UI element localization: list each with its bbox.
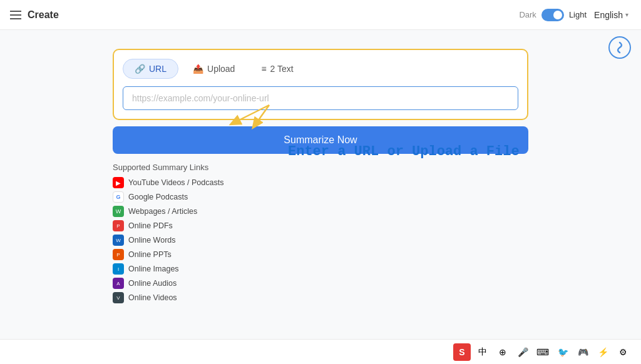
- hamburger-menu[interactable]: [10, 11, 21, 19]
- list-item: W Online Words: [113, 235, 223, 246]
- keyboard-icon[interactable]: ⌨: [535, 344, 551, 360]
- upload-icon: 📤: [193, 64, 203, 74]
- dot-icon[interactable]: ⊕: [495, 344, 511, 360]
- header: Create Dark Light English ▾: [0, 0, 641, 30]
- web-icon: W: [113, 206, 124, 217]
- list-item: P Online PDFs: [113, 220, 223, 231]
- app-title: Create: [28, 9, 59, 21]
- theme-dark-label: Dark: [519, 10, 536, 19]
- supported-list-container: Supported Summary Links ▶ YouTube Videos…: [113, 163, 223, 303]
- google-icon: G: [113, 191, 124, 203]
- language-label: English: [594, 10, 623, 20]
- mic-icon[interactable]: 🎤: [515, 344, 531, 360]
- s-logo-icon[interactable]: S: [453, 343, 471, 361]
- lightning-icon[interactable]: ⚡: [595, 344, 611, 360]
- header-right: Dark Light English ▾: [519, 9, 631, 21]
- bird-icon[interactable]: 🐦: [555, 344, 571, 360]
- supported-title: Supported Summary Links: [113, 163, 223, 172]
- supported-section: Supported Summary Links ▶ YouTube Videos…: [113, 163, 528, 303]
- youtube-icon: ▶: [113, 177, 124, 188]
- list-item: I Online Images: [113, 263, 223, 275]
- main-content: 🔗 URL 📤 Upload ≡ 2 Text Summarize Now Su…: [0, 30, 641, 316]
- image-icon: I: [113, 263, 124, 275]
- tab-text[interactable]: ≡ 2 Text: [249, 59, 305, 79]
- bottom-bar: S 中 ⊕ 🎤 ⌨ 🐦 🎮 ⚡ ⚙: [0, 339, 641, 364]
- list-item: ▶ YouTube Videos / Podcasts: [113, 177, 223, 188]
- input-card: 🔗 URL 📤 Upload ≡ 2 Text: [113, 49, 528, 120]
- summarize-button[interactable]: Summarize Now: [113, 126, 528, 154]
- list-item: P Online PPTs: [113, 249, 223, 260]
- ppt-icon: P: [113, 249, 124, 260]
- tab-url[interactable]: 🔗 URL: [123, 59, 178, 79]
- link-icon: 🔗: [135, 64, 145, 74]
- word-icon: W: [113, 235, 124, 246]
- language-selector[interactable]: English ▾: [592, 9, 631, 21]
- tab-upload[interactable]: 📤 Upload: [181, 59, 247, 79]
- supported-list: ▶ YouTube Videos / Podcasts G Google Pod…: [113, 177, 223, 303]
- chinese-icon[interactable]: 中: [474, 344, 491, 360]
- header-left: Create: [10, 9, 59, 21]
- list-item: V Online Videos: [113, 292, 223, 303]
- video-icon: V: [113, 292, 124, 303]
- text-icon: ≡: [261, 64, 266, 74]
- list-item: A Online Audios: [113, 278, 223, 289]
- game-icon[interactable]: 🎮: [575, 344, 591, 360]
- chevron-down-icon: ▾: [625, 11, 628, 18]
- list-item: W Webpages / Articles: [113, 206, 223, 217]
- url-input[interactable]: [123, 86, 518, 110]
- tab-bar: 🔗 URL 📤 Upload ≡ 2 Text: [123, 59, 518, 79]
- pdf-icon: P: [113, 220, 124, 231]
- list-item: G Google Podcasts: [113, 191, 223, 203]
- theme-light-label: Light: [569, 10, 587, 19]
- theme-toggle[interactable]: [541, 9, 564, 21]
- settings-icon[interactable]: ⚙: [615, 344, 631, 360]
- audio-icon: A: [113, 278, 124, 289]
